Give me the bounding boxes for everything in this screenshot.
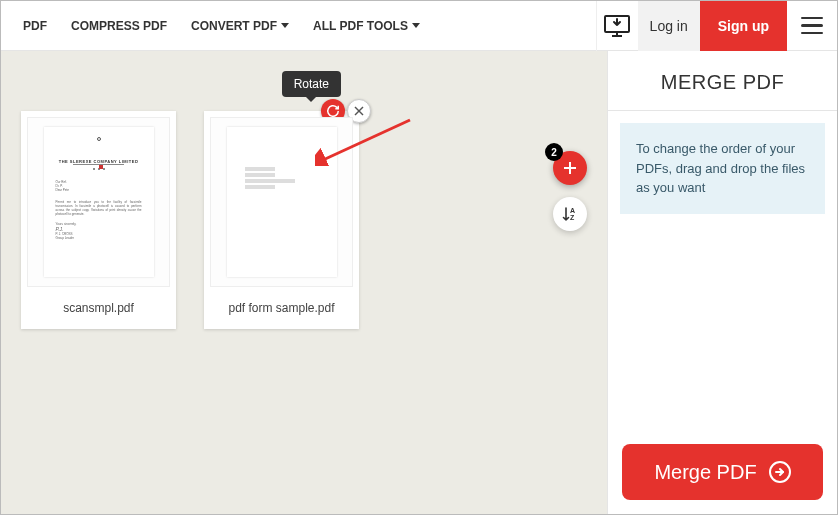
main-area: THE SLEREXE COMPANY LIMITED Our Ref.Dr. … (1, 51, 837, 514)
signup-label: Sign up (718, 18, 769, 34)
login-label: Log in (650, 18, 688, 34)
svg-text:Z: Z (570, 214, 575, 221)
nav-item-convert[interactable]: CONVERT PDF (179, 19, 301, 33)
download-desktop-icon[interactable] (596, 1, 638, 51)
file-thumbnail[interactable]: Rotate pdf form sample.pdf (204, 111, 359, 329)
sort-button[interactable]: AZ (553, 197, 587, 231)
nav-label: PDF (23, 19, 47, 33)
add-files-button[interactable]: 2 (553, 151, 587, 185)
file-preview: THE SLEREXE COMPANY LIMITED Our Ref.Dr. … (27, 117, 170, 287)
nav-item-compress[interactable]: COMPRESS PDF (59, 19, 179, 33)
signup-button[interactable]: Sign up (700, 1, 787, 51)
workspace: THE SLEREXE COMPANY LIMITED Our Ref.Dr. … (1, 51, 607, 514)
rotate-tooltip: Rotate (282, 71, 341, 97)
nav-links: PDF COMPRESS PDF CONVERT PDF ALL PDF TOO… (1, 19, 432, 33)
nav-label: ALL PDF TOOLS (313, 19, 408, 33)
file-thumbnail[interactable]: THE SLEREXE COMPANY LIMITED Our Ref.Dr. … (21, 111, 176, 329)
caret-down-icon (412, 23, 420, 28)
sidebar: MERGE PDF To change the order of your PD… (607, 51, 837, 514)
doc-page-mock (227, 127, 337, 277)
nav-label: COMPRESS PDF (71, 19, 167, 33)
caret-down-icon (281, 23, 289, 28)
nav-item-pdf[interactable]: PDF (11, 19, 59, 33)
doc-page-mock: THE SLEREXE COMPANY LIMITED Our Ref.Dr. … (44, 127, 154, 277)
nav-item-alltools[interactable]: ALL PDF TOOLS (301, 19, 432, 33)
file-name: scansmpl.pdf (27, 287, 170, 323)
hamburger-menu-icon[interactable] (787, 1, 837, 51)
nav-label: CONVERT PDF (191, 19, 277, 33)
tip-box: To change the order of your PDFs, drag a… (620, 123, 825, 214)
file-preview (210, 117, 353, 287)
cta-label: Merge PDF (654, 461, 756, 484)
arrow-right-icon (769, 461, 791, 483)
file-count-badge: 2 (545, 143, 563, 161)
floating-controls: 2 AZ (553, 151, 587, 231)
top-nav-bar: PDF COMPRESS PDF CONVERT PDF ALL PDF TOO… (1, 1, 837, 51)
sidebar-title: MERGE PDF (608, 51, 837, 110)
divider (608, 110, 837, 111)
merge-pdf-button[interactable]: Merge PDF (622, 444, 823, 500)
login-button[interactable]: Log in (638, 1, 700, 51)
svg-text:A: A (570, 207, 575, 214)
file-name: pdf form sample.pdf (210, 287, 353, 323)
